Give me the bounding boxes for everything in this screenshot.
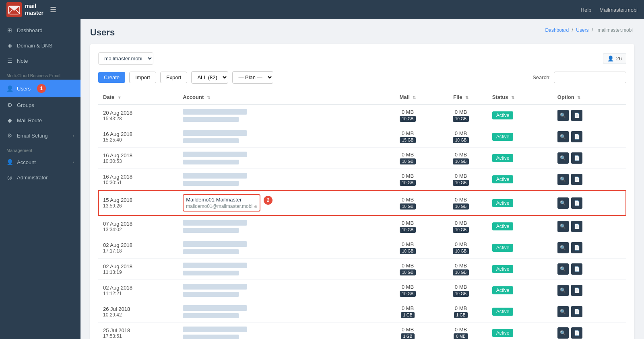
cell-account xyxy=(178,301,381,323)
domain-selector: mailmaster.mobi xyxy=(98,52,153,65)
cell-date: 20 Aug 201815:43:28 xyxy=(98,105,178,126)
edit-user-btn[interactable]: 📄 xyxy=(571,263,582,275)
sort-option-icon: ⇅ xyxy=(577,95,580,100)
search-user-btn[interactable]: 🔍 xyxy=(557,263,569,275)
export-button[interactable]: Export xyxy=(160,72,188,83)
cell-date: 15 Aug 201813:59:26 xyxy=(98,190,178,216)
domain-icon: ◈ xyxy=(6,42,13,49)
search-user-btn[interactable]: 🔍 xyxy=(557,152,569,164)
cell-date: 16 Aug 201815:25:40 xyxy=(98,126,178,148)
sidebar-item-users[interactable]: 👤 Users 1 xyxy=(0,80,80,97)
edit-user-btn[interactable]: 📄 xyxy=(571,306,582,317)
search-user-btn[interactable]: 🔍 xyxy=(557,131,569,142)
cell-date: 02 Aug 201811:13:19 xyxy=(98,259,178,280)
search-input[interactable] xyxy=(554,72,626,83)
status-badge: Active xyxy=(492,111,514,119)
main-layout: ⊞ Dashboard ◈ Domain & DNS ☰ Note Multi-… xyxy=(0,19,644,339)
chevron-right-icon-2: › xyxy=(73,160,74,164)
cell-file: 0 MB10 GB xyxy=(434,169,487,190)
user-count: 26 xyxy=(616,55,622,62)
users-icon: 👤 xyxy=(6,85,13,92)
search-user-btn[interactable]: 🔍 xyxy=(557,174,569,185)
sidebar-item-groups[interactable]: ⚙ Groups xyxy=(0,97,80,113)
table-row: 02 Aug 201817:17:18 0 MB10 GB0 MB10 GBAc… xyxy=(98,237,626,259)
status-badge: Active xyxy=(492,308,514,316)
edit-user-btn[interactable]: 📄 xyxy=(571,197,582,209)
search-user-btn[interactable]: 🔍 xyxy=(557,221,569,232)
cell-mail: 0 MB10 GB xyxy=(381,259,435,280)
cell-account xyxy=(178,126,381,148)
col-option[interactable]: Option ⇅ xyxy=(553,90,626,105)
users-table: Date ▼ Account ⇅ Mail ⇅ File xyxy=(98,90,626,339)
cell-option: 🔍 📄 xyxy=(553,169,626,190)
sidebar-item-account[interactable]: 👤 Account › xyxy=(0,154,80,170)
cell-option: 🔍 📄 xyxy=(553,105,626,126)
edit-user-btn[interactable]: 📄 xyxy=(571,285,582,296)
cell-date: 07 Aug 201813:34:02 xyxy=(98,216,178,237)
sidebar-item-email-setting[interactable]: ⚙ Email Setting › xyxy=(0,128,80,143)
import-button[interactable]: Import xyxy=(129,72,156,83)
edit-user-btn[interactable]: 📄 xyxy=(571,221,582,232)
cell-mail: 0 MB1 GB xyxy=(381,323,435,339)
sidebar-item-groups-label: Groups xyxy=(17,102,34,108)
col-date[interactable]: Date ▼ xyxy=(98,90,178,105)
edit-user-btn[interactable]: 📄 xyxy=(571,174,582,185)
col-mail[interactable]: Mail ⇅ xyxy=(381,90,435,105)
breadcrumb-dashboard[interactable]: Dashboard xyxy=(545,27,569,33)
page-title: Users xyxy=(90,27,115,38)
search-user-btn[interactable]: 🔍 xyxy=(557,242,569,253)
cell-account xyxy=(178,259,381,280)
domain-select[interactable]: mailmaster.mobi xyxy=(98,52,153,65)
cell-account xyxy=(178,323,381,339)
chevron-right-icon: › xyxy=(73,134,74,138)
table-row: 02 Aug 201811:12:21 0 MB10 GB0 MB10 GBAc… xyxy=(98,280,626,301)
table-row: 07 Aug 201813:34:02 0 MB10 GB0 MB10 GBAc… xyxy=(98,216,626,237)
status-badge: Active xyxy=(492,133,514,141)
cell-account xyxy=(178,105,381,126)
sidebar-item-note[interactable]: ☰ Note xyxy=(0,53,80,68)
cell-mail: 0 MB1 GB xyxy=(381,301,435,323)
status-badge: Active xyxy=(492,175,514,183)
table-row: 25 Jul 201817:53:51 0 MB1 GB0 MB0 MBActi… xyxy=(98,323,626,339)
cell-file: 0 MB1 GB xyxy=(434,301,487,323)
cell-status: Active xyxy=(487,323,553,339)
filter-plan-select[interactable]: — Plan — xyxy=(232,71,273,84)
search-user-btn[interactable]: 🔍 xyxy=(557,110,569,121)
sidebar-item-dashboard-label: Dashboard xyxy=(17,27,43,33)
sidebar-item-domain-dns[interactable]: ◈ Domain & DNS xyxy=(0,38,80,53)
create-button[interactable]: Create xyxy=(98,72,125,83)
filter-all-select[interactable]: ALL (82) xyxy=(191,71,228,84)
cell-mail: 0 MB10 GB xyxy=(381,216,435,237)
search-user-btn[interactable]: 🔍 xyxy=(557,197,569,209)
sort-account-icon: ⇅ xyxy=(207,95,210,100)
edit-user-btn[interactable]: 📄 xyxy=(571,131,582,142)
col-status[interactable]: Status ⇅ xyxy=(487,90,553,105)
cell-date: 02 Aug 201811:12:21 xyxy=(98,280,178,301)
cell-status: Active xyxy=(487,216,553,237)
sidebar-item-email-setting-label: Email Setting xyxy=(17,133,48,139)
help-link[interactable]: Help xyxy=(581,7,592,13)
cell-option: 🔍 📄 xyxy=(553,148,626,169)
cell-option: 🔍 📄 xyxy=(553,323,626,339)
sidebar-item-dashboard[interactable]: ⊞ Dashboard xyxy=(0,23,80,38)
sidebar-item-domain-label: Domain & DNS xyxy=(17,43,52,49)
cell-file: 0 MB0 MB xyxy=(434,323,487,339)
domain-link[interactable]: Mailmaster.mobi xyxy=(599,7,638,13)
edit-user-btn[interactable]: 📄 xyxy=(571,110,582,121)
cell-file: 0 MB10 GB xyxy=(434,280,487,301)
edit-user-btn[interactable]: 📄 xyxy=(571,327,582,339)
edit-user-btn[interactable]: 📄 xyxy=(571,242,582,253)
edit-user-btn[interactable]: 📄 xyxy=(571,152,582,164)
topnav: mailmaster ☰ Help Mailmaster.mobi xyxy=(0,0,644,19)
breadcrumb-users[interactable]: Users xyxy=(576,27,588,33)
search-user-btn[interactable]: 🔍 xyxy=(557,285,569,296)
cell-option: 🔍 📄 xyxy=(553,237,626,259)
col-file[interactable]: File ⇅ xyxy=(434,90,487,105)
col-account[interactable]: Account ⇅ xyxy=(178,90,381,105)
search-user-btn[interactable]: 🔍 xyxy=(557,327,569,339)
cell-account: Maildemo01 Mailmaster maildemo01@mailmas… xyxy=(178,190,381,216)
hamburger-menu[interactable]: ☰ xyxy=(50,5,56,14)
sidebar-item-administrator[interactable]: ◎ Administrator xyxy=(0,170,80,185)
sidebar-item-mail-route[interactable]: ◆ Mail Route xyxy=(0,113,80,128)
search-user-btn[interactable]: 🔍 xyxy=(557,306,569,317)
